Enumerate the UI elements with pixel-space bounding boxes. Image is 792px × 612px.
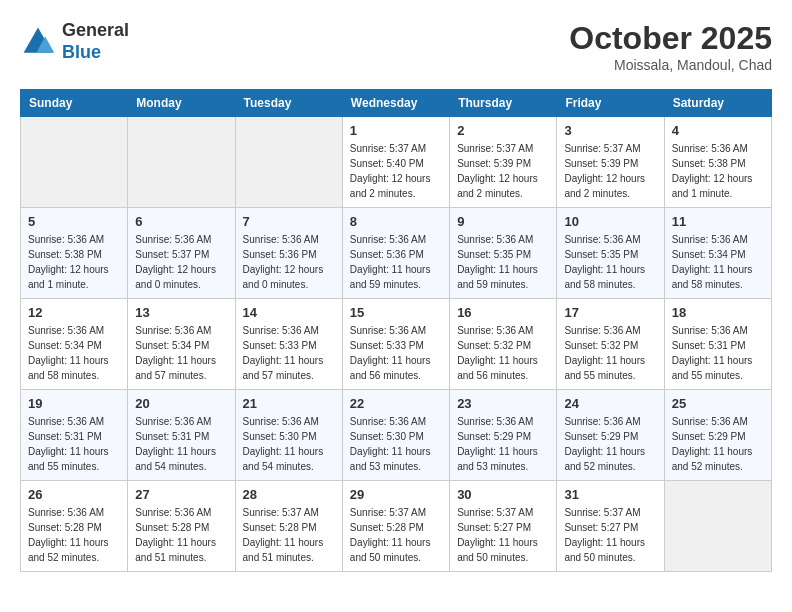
calendar-day-cell: 4Sunrise: 5:36 AMSunset: 5:38 PMDaylight… — [664, 117, 771, 208]
day-info: Sunrise: 5:36 AMSunset: 5:28 PMDaylight:… — [28, 505, 120, 565]
day-info: Sunrise: 5:37 AMSunset: 5:27 PMDaylight:… — [457, 505, 549, 565]
calendar-day-cell: 9Sunrise: 5:36 AMSunset: 5:35 PMDaylight… — [450, 208, 557, 299]
day-number: 2 — [457, 123, 549, 138]
calendar-day-cell: 1Sunrise: 5:37 AMSunset: 5:40 PMDaylight… — [342, 117, 449, 208]
day-info: Sunrise: 5:36 AMSunset: 5:35 PMDaylight:… — [564, 232, 656, 292]
calendar-day-cell — [664, 481, 771, 572]
location-subtitle: Moissala, Mandoul, Chad — [569, 57, 772, 73]
calendar-day-cell — [235, 117, 342, 208]
week-row-5: 26Sunrise: 5:36 AMSunset: 5:28 PMDayligh… — [21, 481, 772, 572]
day-info: Sunrise: 5:36 AMSunset: 5:29 PMDaylight:… — [672, 414, 764, 474]
calendar-day-cell: 29Sunrise: 5:37 AMSunset: 5:28 PMDayligh… — [342, 481, 449, 572]
weekday-header-row: Sunday Monday Tuesday Wednesday Thursday… — [21, 90, 772, 117]
day-info: Sunrise: 5:36 AMSunset: 5:38 PMDaylight:… — [28, 232, 120, 292]
calendar-table: Sunday Monday Tuesday Wednesday Thursday… — [20, 89, 772, 572]
day-number: 26 — [28, 487, 120, 502]
day-info: Sunrise: 5:36 AMSunset: 5:34 PMDaylight:… — [28, 323, 120, 383]
col-tuesday: Tuesday — [235, 90, 342, 117]
day-info: Sunrise: 5:37 AMSunset: 5:39 PMDaylight:… — [457, 141, 549, 201]
calendar-day-cell: 12Sunrise: 5:36 AMSunset: 5:34 PMDayligh… — [21, 299, 128, 390]
calendar-day-cell — [21, 117, 128, 208]
calendar-day-cell: 11Sunrise: 5:36 AMSunset: 5:34 PMDayligh… — [664, 208, 771, 299]
day-number: 12 — [28, 305, 120, 320]
day-number: 27 — [135, 487, 227, 502]
calendar-day-cell: 25Sunrise: 5:36 AMSunset: 5:29 PMDayligh… — [664, 390, 771, 481]
calendar-day-cell: 18Sunrise: 5:36 AMSunset: 5:31 PMDayligh… — [664, 299, 771, 390]
day-info: Sunrise: 5:36 AMSunset: 5:30 PMDaylight:… — [350, 414, 442, 474]
logo-text: General Blue — [62, 20, 129, 63]
calendar-day-cell: 13Sunrise: 5:36 AMSunset: 5:34 PMDayligh… — [128, 299, 235, 390]
day-number: 21 — [243, 396, 335, 411]
day-number: 15 — [350, 305, 442, 320]
calendar-day-cell: 28Sunrise: 5:37 AMSunset: 5:28 PMDayligh… — [235, 481, 342, 572]
calendar-day-cell: 22Sunrise: 5:36 AMSunset: 5:30 PMDayligh… — [342, 390, 449, 481]
calendar-day-cell: 19Sunrise: 5:36 AMSunset: 5:31 PMDayligh… — [21, 390, 128, 481]
day-info: Sunrise: 5:36 AMSunset: 5:29 PMDaylight:… — [564, 414, 656, 474]
calendar-day-cell: 15Sunrise: 5:36 AMSunset: 5:33 PMDayligh… — [342, 299, 449, 390]
day-number: 5 — [28, 214, 120, 229]
day-info: Sunrise: 5:36 AMSunset: 5:38 PMDaylight:… — [672, 141, 764, 201]
day-number: 3 — [564, 123, 656, 138]
col-thursday: Thursday — [450, 90, 557, 117]
day-number: 9 — [457, 214, 549, 229]
day-info: Sunrise: 5:36 AMSunset: 5:29 PMDaylight:… — [457, 414, 549, 474]
week-row-4: 19Sunrise: 5:36 AMSunset: 5:31 PMDayligh… — [21, 390, 772, 481]
day-number: 17 — [564, 305, 656, 320]
calendar-day-cell: 23Sunrise: 5:36 AMSunset: 5:29 PMDayligh… — [450, 390, 557, 481]
day-number: 8 — [350, 214, 442, 229]
day-info: Sunrise: 5:36 AMSunset: 5:31 PMDaylight:… — [28, 414, 120, 474]
day-info: Sunrise: 5:36 AMSunset: 5:36 PMDaylight:… — [350, 232, 442, 292]
page-header: General Blue October 2025 Moissala, Mand… — [20, 20, 772, 73]
day-number: 19 — [28, 396, 120, 411]
calendar-day-cell: 16Sunrise: 5:36 AMSunset: 5:32 PMDayligh… — [450, 299, 557, 390]
calendar-day-cell: 21Sunrise: 5:36 AMSunset: 5:30 PMDayligh… — [235, 390, 342, 481]
day-number: 25 — [672, 396, 764, 411]
day-number: 20 — [135, 396, 227, 411]
col-wednesday: Wednesday — [342, 90, 449, 117]
day-number: 11 — [672, 214, 764, 229]
day-info: Sunrise: 5:36 AMSunset: 5:34 PMDaylight:… — [135, 323, 227, 383]
day-number: 24 — [564, 396, 656, 411]
day-number: 7 — [243, 214, 335, 229]
day-number: 14 — [243, 305, 335, 320]
day-number: 18 — [672, 305, 764, 320]
title-area: October 2025 Moissala, Mandoul, Chad — [569, 20, 772, 73]
day-number: 4 — [672, 123, 764, 138]
calendar-day-cell: 24Sunrise: 5:36 AMSunset: 5:29 PMDayligh… — [557, 390, 664, 481]
day-number: 22 — [350, 396, 442, 411]
day-info: Sunrise: 5:36 AMSunset: 5:32 PMDaylight:… — [564, 323, 656, 383]
logo-icon — [20, 24, 56, 60]
col-sunday: Sunday — [21, 90, 128, 117]
calendar-day-cell: 30Sunrise: 5:37 AMSunset: 5:27 PMDayligh… — [450, 481, 557, 572]
day-info: Sunrise: 5:36 AMSunset: 5:34 PMDaylight:… — [672, 232, 764, 292]
day-number: 31 — [564, 487, 656, 502]
day-info: Sunrise: 5:37 AMSunset: 5:39 PMDaylight:… — [564, 141, 656, 201]
day-number: 16 — [457, 305, 549, 320]
day-info: Sunrise: 5:36 AMSunset: 5:36 PMDaylight:… — [243, 232, 335, 292]
day-number: 23 — [457, 396, 549, 411]
col-saturday: Saturday — [664, 90, 771, 117]
day-number: 30 — [457, 487, 549, 502]
day-number: 1 — [350, 123, 442, 138]
calendar-day-cell: 3Sunrise: 5:37 AMSunset: 5:39 PMDaylight… — [557, 117, 664, 208]
calendar-day-cell: 7Sunrise: 5:36 AMSunset: 5:36 PMDaylight… — [235, 208, 342, 299]
logo: General Blue — [20, 20, 129, 63]
week-row-3: 12Sunrise: 5:36 AMSunset: 5:34 PMDayligh… — [21, 299, 772, 390]
calendar-day-cell: 27Sunrise: 5:36 AMSunset: 5:28 PMDayligh… — [128, 481, 235, 572]
day-number: 13 — [135, 305, 227, 320]
day-info: Sunrise: 5:36 AMSunset: 5:35 PMDaylight:… — [457, 232, 549, 292]
day-info: Sunrise: 5:37 AMSunset: 5:27 PMDaylight:… — [564, 505, 656, 565]
day-info: Sunrise: 5:36 AMSunset: 5:33 PMDaylight:… — [243, 323, 335, 383]
calendar-day-cell — [128, 117, 235, 208]
col-monday: Monday — [128, 90, 235, 117]
day-info: Sunrise: 5:36 AMSunset: 5:37 PMDaylight:… — [135, 232, 227, 292]
calendar-day-cell: 2Sunrise: 5:37 AMSunset: 5:39 PMDaylight… — [450, 117, 557, 208]
calendar-day-cell: 20Sunrise: 5:36 AMSunset: 5:31 PMDayligh… — [128, 390, 235, 481]
calendar-day-cell: 10Sunrise: 5:36 AMSunset: 5:35 PMDayligh… — [557, 208, 664, 299]
calendar-day-cell: 26Sunrise: 5:36 AMSunset: 5:28 PMDayligh… — [21, 481, 128, 572]
day-number: 29 — [350, 487, 442, 502]
day-info: Sunrise: 5:36 AMSunset: 5:32 PMDaylight:… — [457, 323, 549, 383]
week-row-2: 5Sunrise: 5:36 AMSunset: 5:38 PMDaylight… — [21, 208, 772, 299]
month-title: October 2025 — [569, 20, 772, 57]
calendar-day-cell: 31Sunrise: 5:37 AMSunset: 5:27 PMDayligh… — [557, 481, 664, 572]
